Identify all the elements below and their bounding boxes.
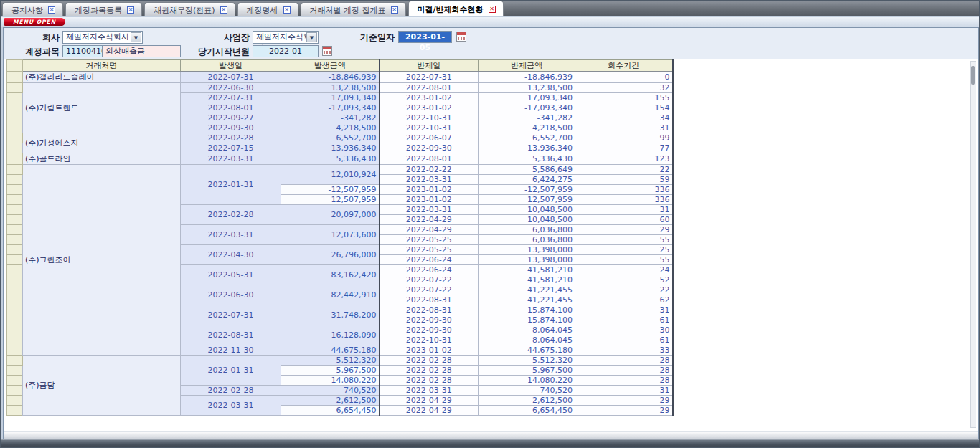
row-selector[interactable] (7, 295, 23, 305)
collection-days-cell[interactable]: 123 (575, 153, 673, 165)
settlement-date-cell[interactable]: 2022-07-22 (380, 275, 479, 285)
collection-days-cell[interactable]: 29 (575, 396, 673, 406)
row-selector[interactable] (7, 185, 23, 195)
collection-days-cell[interactable]: 30 (575, 325, 673, 335)
collection-days-cell[interactable]: 154 (575, 103, 673, 113)
occurrence-amount-cell[interactable]: 13,238,500 (281, 83, 380, 93)
occurrence-amount-cell[interactable]: 6,654,450 (281, 406, 380, 416)
settlement-date-cell[interactable]: 2023-01-02 (380, 195, 479, 205)
collection-days-cell[interactable]: 336 (575, 185, 673, 195)
settlement-date-cell[interactable]: 2022-09-30 (380, 315, 479, 325)
occurrence-date-cell[interactable]: 2022-07-15 (181, 143, 281, 153)
row-selector[interactable] (7, 165, 23, 175)
collection-days-cell[interactable]: 55 (575, 255, 673, 265)
tab-2[interactable]: 채권채무장(전표)✕ (144, 2, 235, 16)
settlement-amount-cell[interactable]: 740,520 (479, 386, 575, 396)
row-selector[interactable] (7, 335, 23, 345)
row-selector[interactable] (7, 255, 23, 265)
collection-days-cell[interactable]: 77 (575, 143, 673, 153)
chevron-down-icon[interactable]: ▼ (306, 32, 317, 42)
occurrence-amount-cell[interactable]: 5,336,430 (281, 153, 380, 165)
occurrence-amount-cell[interactable]: 14,080,220 (281, 376, 380, 386)
occurrence-date-cell[interactable]: 2022-06-30 (181, 285, 281, 305)
collection-days-cell[interactable]: 32 (575, 83, 673, 93)
base-date-input[interactable]: 2023-01-05 (398, 31, 452, 43)
settlement-amount-cell[interactable]: -341,282 (479, 113, 575, 123)
occurrence-date-cell[interactable]: 2022-01-31 (181, 356, 281, 386)
settlement-amount-cell[interactable]: 15,874,100 (479, 305, 575, 315)
settlement-amount-cell[interactable]: 15,874,100 (479, 315, 575, 325)
occurrence-amount-cell[interactable]: 83,162,420 (281, 265, 380, 285)
collection-days-cell[interactable]: 25 (575, 245, 673, 255)
occurrence-amount-cell[interactable]: 5,967,500 (281, 366, 380, 376)
row-selector[interactable] (7, 143, 23, 153)
settlement-date-cell[interactable]: 2023-01-02 (380, 185, 479, 195)
occurrence-amount-cell[interactable]: 44,675,180 (281, 345, 380, 356)
close-icon[interactable]: ✕ (391, 6, 398, 14)
row-selector[interactable] (7, 83, 23, 93)
occurrence-date-cell[interactable]: 2022-02-28 (181, 133, 281, 143)
collection-days-cell[interactable]: 29 (575, 225, 673, 235)
settlement-amount-cell[interactable]: 41,581,210 (479, 265, 575, 275)
customer-name-cell[interactable]: (주)거림트렌드 (23, 83, 181, 133)
settlement-amount-cell[interactable]: 5,336,430 (479, 153, 575, 165)
collection-days-cell[interactable]: 22 (575, 285, 673, 295)
customer-name-cell[interactable]: (주)그린조이 (23, 165, 181, 356)
row-selector[interactable] (7, 72, 23, 83)
settlement-amount-cell[interactable]: 13,398,000 (479, 245, 575, 255)
settlement-date-cell[interactable]: 2023-01-02 (380, 103, 479, 113)
settlement-amount-cell[interactable]: 8,064,045 (479, 335, 575, 345)
occurrence-date-cell[interactable]: 2022-03-31 (181, 396, 281, 416)
row-selector[interactable] (7, 133, 23, 143)
close-icon[interactable]: ✕ (48, 6, 55, 14)
settlement-date-cell[interactable]: 2023-01-02 (380, 93, 479, 103)
settlement-date-cell[interactable]: 2022-10-31 (380, 335, 479, 345)
settlement-amount-cell[interactable]: 6,036,800 (479, 235, 575, 245)
collection-days-cell[interactable]: 155 (575, 93, 673, 103)
settlement-amount-cell[interactable]: 13,238,500 (479, 83, 575, 93)
occurrence-amount-cell[interactable]: -17,093,340 (281, 103, 380, 113)
collection-days-cell[interactable]: 52 (575, 275, 673, 285)
settlement-amount-cell[interactable]: 17,093,340 (479, 93, 575, 103)
settlement-date-cell[interactable]: 2022-04-29 (380, 406, 479, 416)
settlement-date-cell[interactable]: 2022-02-22 (380, 165, 479, 175)
collection-days-cell[interactable]: 28 (575, 366, 673, 376)
collection-days-cell[interactable]: 31 (575, 305, 673, 315)
occurrence-amount-cell[interactable]: 12,010,924 (281, 165, 380, 185)
collection-days-cell[interactable]: 336 (575, 195, 673, 205)
settlement-date-cell[interactable]: 2022-03-31 (380, 386, 479, 396)
settlement-date-cell[interactable]: 2022-02-28 (380, 356, 479, 366)
row-selector[interactable] (7, 386, 23, 396)
customer-name-cell[interactable]: (주)금담 (23, 356, 181, 416)
collection-days-cell[interactable]: 28 (575, 376, 673, 386)
row-selector[interactable] (7, 315, 23, 325)
tab-5[interactable]: 미결/반제회수현황✕ (408, 1, 504, 16)
row-selector[interactable] (7, 376, 23, 386)
occurrence-date-cell[interactable]: 2022-03-31 (181, 225, 281, 245)
settlement-date-cell[interactable]: 2022-04-29 (380, 225, 479, 235)
settlement-amount-cell[interactable]: 2,612,500 (479, 396, 575, 406)
occurrence-amount-cell[interactable]: 82,442,910 (281, 285, 380, 305)
settlement-date-cell[interactable]: 2022-08-31 (380, 295, 479, 305)
close-icon[interactable]: ✕ (283, 6, 291, 14)
row-selector[interactable] (7, 245, 23, 255)
occurrence-amount-cell[interactable]: 26,796,000 (281, 245, 380, 265)
occurrence-amount-cell[interactable]: 12,507,959 (281, 195, 380, 205)
calendar-icon[interactable] (456, 32, 466, 42)
row-header[interactable] (7, 60, 23, 72)
collection-days-cell[interactable]: 22 (575, 165, 673, 175)
occurrence-date-cell[interactable]: 2022-07-31 (181, 93, 281, 103)
occurrence-amount-cell[interactable]: -341,282 (281, 113, 380, 123)
row-selector[interactable] (7, 285, 23, 295)
settlement-date-cell[interactable]: 2022-06-24 (380, 265, 479, 275)
occurrence-date-cell[interactable]: 2022-02-28 (181, 386, 281, 396)
customer-name-cell[interactable]: (주)거성에스지 (23, 133, 181, 153)
settlement-amount-cell[interactable]: 10,048,500 (479, 215, 575, 225)
close-icon[interactable]: ✕ (127, 6, 134, 14)
settlement-amount-cell[interactable]: 13,398,000 (479, 255, 575, 265)
settlement-date-cell[interactable]: 2022-07-22 (380, 285, 479, 295)
settlement-amount-cell[interactable]: 6,036,800 (479, 225, 575, 235)
settlement-date-cell[interactable]: 2022-08-01 (380, 83, 479, 93)
settlement-amount-cell[interactable]: 6,552,700 (479, 133, 575, 143)
settlement-date-cell[interactable]: 2022-03-31 (380, 205, 479, 215)
